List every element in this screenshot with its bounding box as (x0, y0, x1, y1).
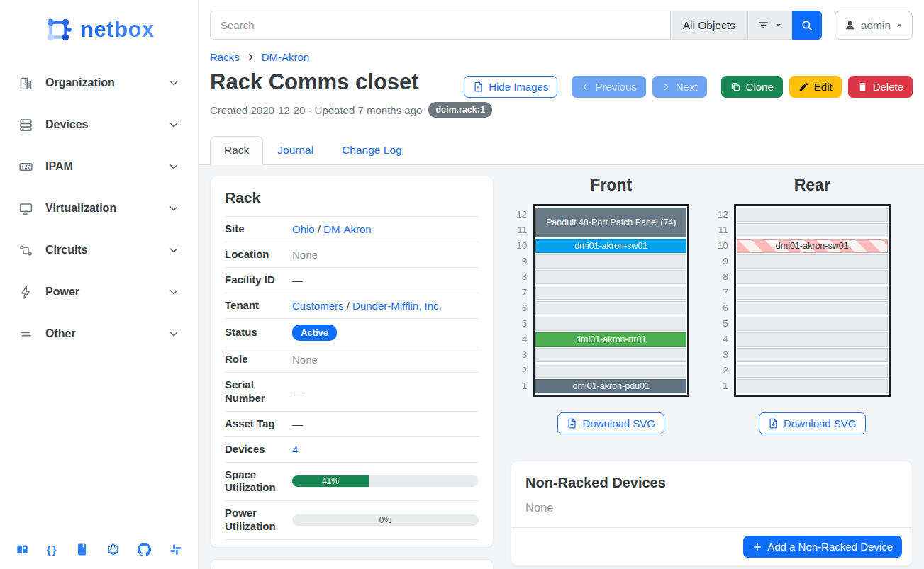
github-icon[interactable] (138, 543, 151, 556)
graphql-icon[interactable] (106, 543, 120, 556)
unit-number: 7 (513, 285, 527, 300)
unit-number: 4 (714, 332, 728, 347)
page-header: Racks DM-Akron Rack Comms closet Hide Im… (199, 40, 924, 126)
rack-unit-empty[interactable] (535, 254, 686, 269)
attr-row-serial: Serial Number — (225, 372, 479, 411)
rack-unit-empty[interactable] (737, 301, 888, 315)
attr-row-role: Role None (225, 347, 479, 372)
previous-button[interactable]: Previous (572, 76, 645, 98)
space-utilization-bar: 41% (292, 475, 479, 487)
netbox-logo[interactable]: netbox (0, 7, 198, 52)
rack-device[interactable]: dmi01-akron-rtr01 (535, 332, 686, 347)
site-link[interactable]: DM-Akron (323, 223, 372, 235)
breadcrumb: Racks DM-Akron (210, 51, 913, 63)
device-count-link[interactable]: 4 (292, 444, 298, 456)
rack-device[interactable]: dmi01-akron-sw01 (737, 239, 888, 253)
hide-images-button[interactable]: Hide Images (464, 76, 557, 98)
attr-row-space-utilization: Space Utilization 41% (225, 462, 479, 501)
rack-unit-empty[interactable] (535, 286, 686, 300)
sidebar-item-devices[interactable]: Devices (10, 111, 188, 138)
right-column: Front 121110987654321 Panduit 48-Port Pa… (511, 176, 913, 566)
sidebar-item-circuits[interactable]: Circuits (10, 237, 188, 264)
unit-number: 9 (513, 254, 527, 269)
sidebar-item-ipam[interactable]: IPAM (10, 153, 188, 180)
rack-unit-empty[interactable] (535, 270, 686, 284)
rack-unit-empty[interactable] (737, 208, 888, 222)
sidebar-item-other[interactable]: Other (10, 320, 188, 347)
sidebar-item-label: Circuits (45, 244, 88, 257)
unit-number: 5 (714, 316, 728, 332)
attr-row-site: Site Ohio / DM-Akron (225, 216, 479, 242)
rack-unit-empty[interactable] (737, 348, 888, 362)
rack-unit-empty[interactable] (737, 286, 888, 300)
rack-unit-empty[interactable] (535, 317, 686, 331)
trash-icon (857, 81, 868, 92)
tab-journal[interactable]: Journal (263, 136, 328, 165)
sidebar-item-virtualization[interactable]: Virtualization (10, 195, 188, 222)
attr-row-devices: Devices 4 (225, 436, 479, 462)
rack-unit-empty[interactable] (737, 223, 888, 237)
sidebar-item-organization[interactable]: Organization (10, 69, 188, 96)
netbox-logo-wordmark: netbox (80, 17, 155, 43)
breadcrumb-site-link[interactable]: DM-Akron (262, 51, 310, 63)
rack-unit-empty[interactable] (535, 348, 686, 362)
content-body: Rack Site Ohio / DM-Akron Location None (199, 165, 924, 569)
docs-book-icon[interactable] (16, 543, 29, 556)
plus-icon (752, 542, 762, 552)
tenant-link[interactable]: Dunder-Mifflin, Inc. (352, 300, 442, 312)
rack-unit-empty[interactable] (737, 332, 888, 347)
file-image-icon (473, 81, 484, 92)
sidebar-item-power[interactable]: Power (10, 278, 188, 305)
next-button[interactable]: Next (652, 76, 707, 98)
topbar: All Objects (199, 0, 924, 40)
unit-number: 4 (513, 332, 527, 347)
breadcrumb-racks-link[interactable]: Racks (210, 51, 240, 63)
search-submit-button[interactable] (792, 11, 822, 40)
unit-number: 12 (714, 207, 728, 222)
rack-device[interactable]: Panduit 48-Port Patch Panel (74) (535, 208, 686, 237)
rack-unit-empty[interactable] (737, 270, 888, 284)
filter-lines-icon (757, 19, 769, 31)
chevron-down-icon (168, 203, 179, 214)
rack-unit-empty[interactable] (737, 364, 888, 378)
unit-number: 6 (714, 300, 728, 316)
search-filter-button[interactable] (748, 11, 792, 40)
rest-api-braces-icon[interactable]: {} (47, 543, 58, 556)
tenant-group-link[interactable]: Customers (292, 300, 344, 312)
unit-number: 10 (513, 238, 527, 254)
rack-unit-empty[interactable] (737, 379, 888, 393)
object-id-badge: dcim.rack:1 (428, 102, 491, 118)
user-menu-button[interactable]: admin (835, 11, 913, 40)
rear-elevation-title: Rear (794, 176, 830, 195)
monitor-icon (18, 201, 34, 216)
tab-change-log[interactable]: Change Log (328, 136, 416, 165)
tab-rack[interactable]: Rack (210, 136, 263, 165)
unit-number: 12 (513, 207, 527, 222)
journal-icon[interactable] (75, 543, 89, 556)
slack-icon[interactable] (169, 543, 182, 556)
add-non-racked-device-button[interactable]: Add a Non-Racked Device (743, 536, 902, 558)
clone-button[interactable]: Clone (721, 76, 783, 98)
rack-info-card: Rack Site Ohio / DM-Akron Location None (210, 176, 494, 548)
rear-download-svg-button[interactable]: Download SVG (759, 412, 866, 434)
non-racked-title: Non-Racked Devices (525, 475, 666, 490)
rack-unit-empty[interactable] (535, 364, 686, 378)
rack-unit-empty[interactable] (737, 317, 888, 331)
rack-device[interactable]: dmi01-akron-sw01 (535, 239, 686, 253)
server-icon (18, 117, 34, 133)
rack-unit-empty[interactable] (737, 254, 888, 269)
copy-icon (730, 81, 741, 92)
unit-number: 1 (714, 378, 728, 394)
edit-button[interactable]: Edit (789, 76, 842, 98)
site-group-link[interactable]: Ohio (292, 223, 315, 235)
chevron-down-icon (168, 119, 179, 130)
unit-number: 5 (513, 316, 527, 332)
search-scope-button[interactable]: All Objects (670, 11, 748, 40)
rack-device[interactable]: dmi01-akron-pdu01 (535, 379, 686, 393)
search-input[interactable] (210, 11, 670, 40)
front-download-svg-button[interactable]: Download SVG (557, 412, 664, 434)
unit-number: 8 (513, 269, 527, 285)
rack-unit-empty[interactable] (535, 301, 686, 315)
sidebar-item-label: Virtualization (45, 202, 116, 215)
delete-button[interactable]: Delete (848, 76, 913, 98)
